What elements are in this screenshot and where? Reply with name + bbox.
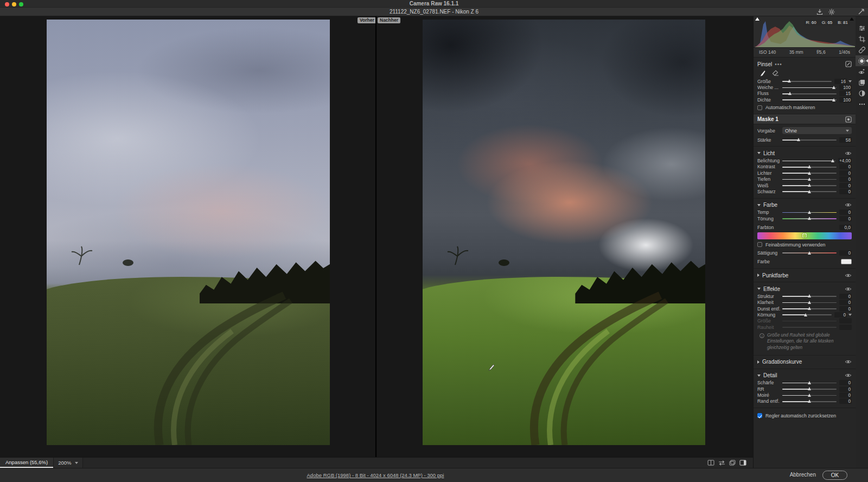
before-label[interactable]: Vorher	[358, 17, 376, 23]
before-image[interactable]	[47, 20, 330, 445]
fine-tune-checkbox[interactable]	[757, 242, 762, 247]
masking-icon[interactable]	[856, 55, 868, 66]
hue-value[interactable]: 0,0	[839, 225, 852, 230]
slider-value[interactable]: 0	[839, 386, 852, 392]
slider-value[interactable]: 0	[839, 250, 852, 256]
slider-value[interactable]: 0	[839, 164, 852, 169]
color-swatch[interactable]	[841, 259, 852, 264]
brush-flow-slider[interactable]	[782, 91, 837, 97]
save-image-icon[interactable]	[816, 8, 824, 16]
snapshots-icon[interactable]	[856, 77, 868, 88]
slider-value[interactable]: 0	[839, 392, 852, 398]
after-image[interactable]	[423, 20, 705, 445]
light-header[interactable]: Licht	[757, 149, 852, 157]
slider-label: Sättigung	[757, 250, 782, 256]
presets-icon[interactable]	[856, 88, 868, 99]
eraser-tool-icon[interactable]	[772, 70, 780, 77]
slider-value[interactable]: 0	[834, 312, 847, 318]
slider-value[interactable]: 100	[839, 97, 852, 103]
point-color-header[interactable]: Punktfarbe	[757, 271, 852, 280]
pressure-toggle-icon[interactable]	[845, 61, 852, 67]
copy-settings-icon[interactable]	[729, 460, 736, 466]
saturation-slider[interactable]	[782, 250, 837, 256]
preset-select[interactable]: Ohne	[782, 127, 852, 134]
curve-header[interactable]: Gradationskurve	[757, 358, 852, 366]
visibility-eye-icon[interactable]	[845, 202, 852, 207]
zoom-level-select[interactable]: 200%	[53, 458, 83, 468]
clarity-slider[interactable]	[782, 300, 837, 306]
slider-value[interactable]: 100	[839, 85, 852, 90]
highlights-slider[interactable]	[782, 170, 837, 176]
texture-slider[interactable]	[782, 293, 837, 299]
visibility-eye-icon[interactable]	[845, 373, 852, 378]
effects-header[interactable]: Effekte	[757, 284, 852, 293]
brush-menu-icon[interactable]: •••	[775, 61, 782, 67]
whites-slider[interactable]	[782, 182, 837, 188]
blacks-slider[interactable]	[782, 188, 837, 194]
slider-value[interactable]: 0	[839, 183, 852, 188]
cancel-button[interactable]: Abbrechen	[790, 472, 816, 478]
noise-reduction-slider[interactable]	[782, 386, 837, 392]
crop-icon[interactable]	[856, 34, 868, 45]
workflow-options-link[interactable]: Adobe RGB (1998) - 8 Bit - 4024 x 6048 (…	[307, 472, 444, 478]
mask-header[interactable]: Maske 1	[754, 115, 856, 124]
red-eye-icon[interactable]	[856, 66, 868, 77]
brush-density-slider[interactable]	[782, 97, 837, 103]
slider-value[interactable]: 0	[839, 176, 852, 182]
auto-reset-checkbox[interactable]	[757, 413, 762, 418]
hue-spectrum-slider[interactable]	[757, 232, 852, 239]
slider-value[interactable]: 0	[839, 300, 852, 305]
tint-slider[interactable]	[782, 215, 837, 221]
visibility-eye-icon[interactable]	[845, 151, 852, 156]
slider-label: Weiß	[757, 183, 782, 188]
mask-strength-slider[interactable]	[782, 137, 837, 143]
chevron-down-icon[interactable]	[848, 314, 852, 316]
visibility-eye-icon[interactable]	[845, 287, 852, 291]
ok-button[interactable]: OK	[822, 471, 847, 480]
moire-slider[interactable]	[782, 392, 837, 398]
view-cycle-icon[interactable]	[707, 460, 714, 466]
slider-value[interactable]: 0	[839, 210, 852, 215]
slider-value[interactable]: 0	[839, 170, 852, 176]
heal-icon[interactable]	[856, 45, 868, 55]
slider-value[interactable]: 0	[839, 216, 852, 221]
slider-value[interactable]: 0	[839, 398, 852, 404]
exposure-slider[interactable]	[782, 158, 835, 164]
preferences-gear-icon[interactable]	[828, 8, 835, 16]
temperature-slider[interactable]	[782, 210, 837, 215]
slider-value[interactable]: 0	[839, 294, 852, 299]
preview-canvas[interactable]: Vorher Nachher	[0, 16, 753, 457]
slider-value[interactable]: 16	[834, 79, 847, 84]
visibility-eye-icon[interactable]	[845, 273, 852, 278]
dehaze-slider[interactable]	[782, 306, 837, 312]
defringe-slider[interactable]	[782, 398, 837, 404]
slider-value[interactable]: 58	[839, 137, 852, 143]
detail-header[interactable]: Detail	[757, 371, 852, 380]
fit-zoom-tab[interactable]: Anpassen (55,6%)	[0, 458, 53, 468]
brush-size-slider[interactable]	[782, 78, 832, 84]
brush-tool-icon[interactable]	[758, 70, 765, 77]
after-label[interactable]: Nachher	[378, 17, 400, 23]
histogram[interactable]: R: 60 G: 65 B: 81	[754, 16, 856, 48]
shadows-slider[interactable]	[782, 176, 837, 182]
slider-value[interactable]: 0	[839, 306, 852, 312]
mask-options-icon[interactable]	[845, 116, 852, 123]
contrast-slider[interactable]	[782, 164, 837, 170]
slider-value[interactable]: 15	[839, 91, 852, 96]
slider-label: Belichtung	[757, 158, 782, 163]
automask-checkbox[interactable]	[757, 105, 762, 110]
slider-value[interactable]: 0	[839, 189, 852, 194]
color-header[interactable]: Farbe	[757, 201, 852, 210]
brush-feather-slider[interactable]	[782, 85, 837, 91]
grain-slider[interactable]	[782, 312, 832, 318]
visibility-eye-icon[interactable]	[845, 359, 852, 364]
fullscreen-icon[interactable]	[858, 9, 864, 15]
sharpness-slider[interactable]	[782, 380, 837, 386]
panel-toggle-icon[interactable]	[739, 460, 746, 466]
more-icon[interactable]	[856, 99, 868, 110]
swap-settings-icon[interactable]	[718, 460, 725, 466]
chevron-down-icon[interactable]	[848, 80, 852, 83]
slider-value[interactable]: 0	[839, 380, 852, 385]
edit-sliders-icon[interactable]	[856, 23, 868, 34]
slider-value[interactable]: +4,00	[838, 158, 852, 163]
